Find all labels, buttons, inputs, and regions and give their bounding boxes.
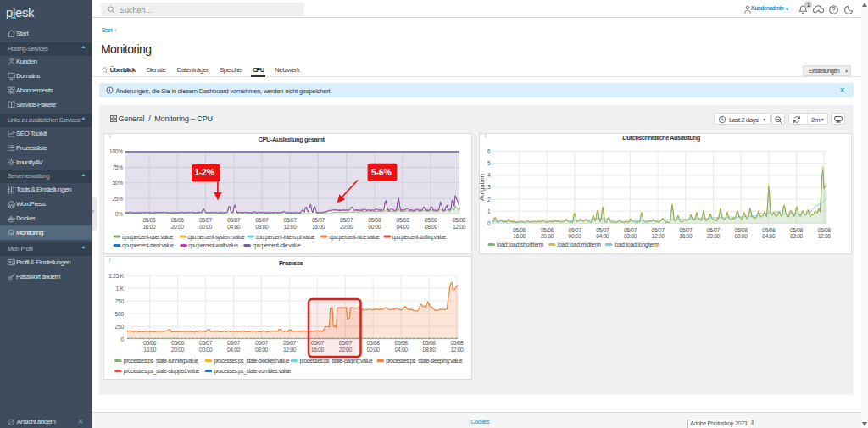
- svg-text:processes:ps_state-sleeping:va: processes:ps_state-sleeping:value: [386, 358, 463, 364]
- svg-text:05/07: 05/07: [569, 227, 582, 233]
- svg-text:0: 0: [121, 336, 125, 342]
- svg-text:08:00: 08:00: [255, 347, 269, 353]
- svg-text:05/08: 05/08: [790, 227, 804, 233]
- svg-text:05/07: 05/07: [199, 340, 213, 346]
- svg-text:20:00: 20:00: [171, 347, 185, 353]
- svg-text:i: i: [485, 133, 487, 139]
- svg-text:00:00: 00:00: [368, 224, 381, 230]
- svg-text:04:00: 04:00: [227, 347, 241, 353]
- svg-text:cpu:percent-nice:value: cpu:percent-nice:value: [329, 234, 380, 241]
- svg-text:05/08: 05/08: [425, 217, 438, 223]
- svg-text:16:00: 16:00: [143, 224, 157, 230]
- svg-text:08:00: 08:00: [790, 233, 804, 239]
- svg-text:processes:ps_state-running:val: processes:ps_state-running:value: [124, 358, 199, 364]
- svg-text:1.25 K: 1.25 K: [108, 273, 125, 279]
- svg-text:processes:ps_state-zombies:val: processes:ps_state-zombies:value: [214, 368, 291, 375]
- svg-text:05/06: 05/06: [171, 340, 185, 346]
- svg-text:20:00: 20:00: [171, 224, 185, 230]
- svg-text:05/08: 05/08: [453, 217, 466, 223]
- svg-text:6: 6: [487, 148, 491, 154]
- svg-text:00:00: 00:00: [199, 224, 213, 230]
- svg-text:05/07: 05/07: [679, 227, 693, 233]
- svg-text:processes:ps_state-blocked:val: processes:ps_state-blocked:value: [214, 358, 289, 364]
- svg-text:12:00: 12:00: [818, 233, 832, 239]
- svg-text:75%: 75%: [112, 164, 123, 170]
- svg-text:0%: 0%: [115, 211, 123, 217]
- svg-text:05/08: 05/08: [368, 217, 381, 223]
- svg-text:CPU-Auslastung gesamt: CPU-Auslastung gesamt: [258, 136, 325, 143]
- svg-text:cpu:percent-idle:value: cpu:percent-idle:value: [253, 242, 302, 249]
- svg-text:05/07: 05/07: [283, 340, 297, 346]
- svg-text:05/08: 05/08: [395, 340, 409, 346]
- svg-text:cpu:percent-softirq:value: cpu:percent-softirq:value: [392, 234, 446, 241]
- svg-text:05/06: 05/06: [171, 217, 185, 223]
- svg-text:05/06: 05/06: [513, 227, 526, 233]
- svg-text:100%: 100%: [109, 148, 123, 154]
- svg-text:500: 500: [115, 311, 125, 317]
- svg-text:Prozesse: Prozesse: [279, 259, 303, 267]
- svg-text:08:00: 08:00: [255, 224, 269, 230]
- svg-text:5-6%: 5-6%: [371, 167, 392, 177]
- svg-text:load:load:longterm: load:load:longterm: [614, 242, 659, 248]
- svg-text:05/07: 05/07: [596, 227, 609, 233]
- svg-text:1 K: 1 K: [116, 286, 125, 292]
- svg-text:4: 4: [487, 172, 491, 178]
- svg-text:04:00: 04:00: [395, 347, 409, 353]
- svg-text:05/06: 05/06: [541, 227, 554, 233]
- svg-text:20:00: 20:00: [340, 224, 353, 230]
- svg-text:16:00: 16:00: [679, 233, 693, 239]
- svg-text:05/08: 05/08: [818, 227, 832, 233]
- svg-text:12:00: 12:00: [451, 347, 465, 353]
- svg-text:processes:ps_state-paging:valu: processes:ps_state-paging:value: [299, 358, 373, 364]
- svg-text:08:00: 08:00: [624, 233, 637, 239]
- svg-text:04:00: 04:00: [227, 224, 241, 230]
- svg-text:05/08: 05/08: [423, 340, 437, 346]
- svg-text:05/07: 05/07: [227, 340, 241, 346]
- svg-text:0: 0: [487, 220, 491, 226]
- svg-text:05/07: 05/07: [707, 227, 721, 233]
- svg-text:load:load:shortterm: load:load:shortterm: [497, 242, 544, 247]
- svg-text:load:load:midterm: load:load:midterm: [558, 242, 602, 247]
- svg-text:04:00: 04:00: [397, 224, 410, 230]
- svg-text:05/07: 05/07: [340, 217, 353, 223]
- svg-text:2: 2: [487, 197, 491, 203]
- svg-text:04:00: 04:00: [762, 233, 776, 239]
- svg-text:05/07: 05/07: [227, 217, 241, 223]
- svg-text:1: 1: [487, 208, 491, 214]
- svg-text:Durchschnittliche Auslastung: Durchschnittliche Auslastung: [622, 134, 700, 142]
- svg-text:05/08: 05/08: [735, 227, 748, 233]
- svg-text:00:00: 00:00: [569, 233, 582, 239]
- svg-text:05/08: 05/08: [367, 340, 381, 346]
- svg-text:08:00: 08:00: [423, 347, 437, 353]
- svg-text:05/07: 05/07: [255, 340, 269, 346]
- svg-text:00:00: 00:00: [367, 347, 381, 353]
- svg-text:cpu:percent-steal:value: cpu:percent-steal:value: [122, 242, 174, 249]
- svg-text:12:00: 12:00: [652, 233, 665, 239]
- svg-text:i: i: [109, 133, 111, 139]
- svg-text:05/07: 05/07: [284, 217, 298, 223]
- svg-text:00:00: 00:00: [735, 233, 748, 239]
- svg-text:cpu:percent-system:value: cpu:percent-system:value: [187, 234, 245, 241]
- svg-text:50%: 50%: [112, 180, 123, 186]
- svg-text:05/07: 05/07: [652, 227, 665, 233]
- svg-text:1-2%: 1-2%: [194, 167, 215, 177]
- svg-text:processes:ps_state-stopped:val: processes:ps_state-stopped:value: [124, 368, 200, 375]
- svg-text:05/07: 05/07: [624, 227, 637, 233]
- svg-text:05/06: 05/06: [143, 217, 157, 223]
- svg-text:20:00: 20:00: [541, 233, 554, 239]
- svg-text:cpu:percent-wait:value: cpu:percent-wait:value: [188, 242, 238, 249]
- svg-text:5: 5: [487, 160, 491, 166]
- svg-text:05/08: 05/08: [762, 227, 776, 233]
- svg-text:750: 750: [115, 298, 125, 304]
- svg-text:04:00: 04:00: [596, 233, 609, 239]
- svg-text:00:00: 00:00: [199, 347, 213, 353]
- svg-text:05/07: 05/07: [255, 217, 269, 223]
- svg-text:05/08: 05/08: [451, 340, 465, 346]
- svg-text:12:00: 12:00: [283, 347, 297, 353]
- svg-text:3: 3: [487, 184, 491, 190]
- svg-text:20:00: 20:00: [707, 233, 721, 239]
- svg-text:05/06: 05/06: [143, 340, 157, 346]
- svg-text:250: 250: [115, 324, 125, 330]
- svg-text:Aufgaben: Aufgaben: [478, 174, 486, 201]
- svg-text:05/07: 05/07: [312, 217, 326, 223]
